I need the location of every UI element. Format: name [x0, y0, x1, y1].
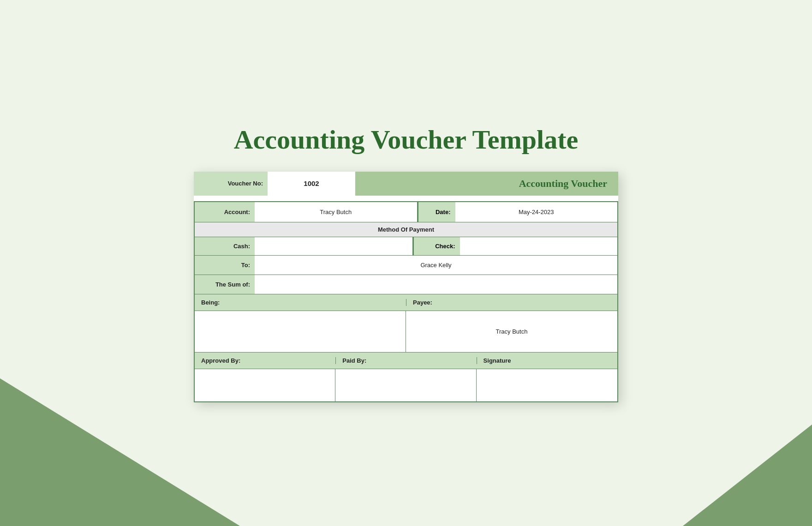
cash-label: Cash:	[195, 237, 255, 255]
approval-content	[195, 369, 617, 401]
method-of-payment-row: Method Of Payment	[195, 222, 617, 237]
account-row: Account: Tracy Butch Date: May-24-2023	[195, 202, 617, 222]
paid-by-label: Paid By:	[335, 357, 476, 364]
document-card: Voucher No: 1002 Accounting Voucher Acco…	[194, 172, 618, 402]
sum-value	[255, 275, 617, 294]
cash-value	[255, 237, 413, 255]
payee-cell: Tracy Butch	[406, 311, 617, 352]
check-label: Check:	[414, 237, 460, 255]
voucher-title-text: Accounting Voucher	[519, 178, 607, 190]
bg-triangle-right	[683, 424, 812, 526]
sum-row: The Sum of:	[195, 275, 617, 294]
voucher-body: Account: Tracy Butch Date: May-24-2023 M…	[194, 201, 618, 402]
payee-header: Payee:	[406, 299, 617, 306]
page-title: Accounting Voucher Template	[234, 124, 579, 155]
voucher-title-area: Accounting Voucher	[355, 172, 618, 196]
being-payee-content: Tracy Butch	[195, 311, 617, 353]
account-value: Tracy Butch	[255, 202, 418, 222]
sum-label: The Sum of:	[195, 275, 255, 294]
to-row: To: Grace Kelly	[195, 256, 617, 275]
signature-value	[477, 369, 617, 401]
date-label: Date:	[418, 202, 455, 222]
check-value	[460, 237, 618, 255]
voucher-no-value: 1002	[268, 172, 355, 196]
paid-by-value	[335, 369, 476, 401]
signature-label: Signature	[477, 357, 617, 364]
account-label: Account:	[195, 202, 255, 222]
page-wrapper: Accounting Voucher Template Voucher No: …	[0, 124, 812, 402]
voucher-no-label: Voucher No:	[194, 172, 268, 196]
being-header: Being:	[195, 299, 406, 306]
method-of-payment-label: Method Of Payment	[378, 226, 434, 233]
to-value: Grace Kelly	[255, 256, 617, 275]
approval-header: Approved By: Paid By: Signature	[195, 353, 617, 369]
voucher-header: Voucher No: 1002 Accounting Voucher	[194, 172, 618, 196]
being-cell	[195, 311, 406, 352]
being-payee-header: Being: Payee:	[195, 294, 617, 311]
cash-check-row: Cash: Check:	[195, 237, 617, 256]
approved-by-label: Approved By:	[195, 357, 335, 364]
date-value: May-24-2023	[455, 202, 618, 222]
to-label: To:	[195, 256, 255, 275]
approved-by-value	[195, 369, 335, 401]
